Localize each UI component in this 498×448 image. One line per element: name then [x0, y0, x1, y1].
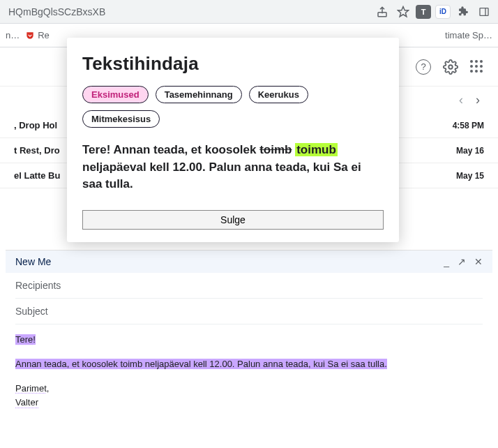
star-icon[interactable] — [395, 3, 412, 20]
text-segment: Tere! Annan teada, et koosolek — [82, 143, 259, 156]
popup-title: Tekstihindaja — [82, 53, 384, 75]
pager-prev-icon[interactable]: ‹ — [459, 93, 463, 107]
compose-expand-icon[interactable]: ↗ — [458, 256, 466, 267]
body-text: koosolek — [82, 359, 117, 369]
text-suggestion: toimub — [295, 143, 338, 156]
email-snippet: el Latte Bu — [14, 170, 60, 181]
body-text: . — [384, 359, 387, 369]
body-text: ei — [341, 359, 348, 369]
browser-address-bar: HQmBgQlsSCzBxsXB T iD — [0, 0, 498, 24]
close-button[interactable]: Sulge — [82, 210, 384, 230]
email-time: 4:58 PM — [453, 121, 484, 130]
tab-keerukus[interactable]: Keerukus — [249, 86, 308, 103]
sidepanel-icon[interactable] — [476, 3, 492, 20]
body-text: , et — [67, 359, 82, 369]
extensions-icon[interactable] — [455, 3, 471, 20]
svg-marker-1 — [398, 6, 409, 16]
pager-next-icon[interactable]: › — [476, 93, 480, 107]
body-text: neljapäeval — [145, 359, 191, 369]
tab-mitmekesisus[interactable]: Mitmekesisus — [82, 110, 160, 128]
bookmark-re[interactable]: Re — [25, 30, 50, 40]
address-text[interactable]: HQmBgQlsSCzBxsXB — [6, 6, 370, 17]
bookmark-re-label: Re — [38, 30, 50, 40]
email-snippet: , Drop Hol — [14, 120, 57, 130]
body-text: kell — [193, 359, 207, 369]
subject-field[interactable]: Subject — [15, 299, 483, 324]
popup-tabs: Eksimused Tasemehinnang Keerukus Mitmeke… — [82, 86, 384, 128]
recipients-field[interactable]: Recipients — [15, 273, 483, 299]
svg-point-4 — [448, 65, 453, 69]
extension-id-icon[interactable]: iD — [435, 5, 451, 19]
share-icon[interactable] — [374, 3, 391, 20]
tab-eksimused[interactable]: Eksimused — [82, 86, 149, 103]
body-text: saa — [351, 359, 365, 369]
pocket-icon — [25, 31, 35, 40]
tab-tasemehinnang[interactable]: Tasemehinnang — [156, 86, 242, 103]
body-greeting: Tere — [15, 334, 33, 345]
text-strike: toimb — [259, 143, 292, 156]
body-text: Annan — [15, 359, 44, 369]
email-time: May 15 — [456, 171, 484, 181]
extension-t-icon[interactable]: T — [416, 5, 431, 19]
email-snippet: t Rest, Dro — [14, 145, 60, 156]
apps-grid-icon[interactable] — [470, 60, 484, 74]
bookmark-left[interactable]: n… — [6, 30, 20, 40]
popup-corrected-text: Tere! Annan teada, et koosolek toimb toi… — [82, 142, 384, 193]
body-text: 12.00. Palun anna — [207, 359, 286, 369]
svg-rect-2 — [480, 8, 488, 15]
compose-window: New Me _ ↗ ✕ Recipients Subject Tere! An… — [6, 250, 492, 448]
body-sign1-punct: , — [47, 383, 50, 394]
settings-gear-icon[interactable] — [441, 57, 460, 77]
body-greeting-punct: ! — [33, 334, 36, 345]
body-text: tulla — [368, 359, 384, 369]
body-text: toimb — [120, 359, 142, 369]
compose-minimize-icon[interactable]: _ — [444, 256, 449, 267]
body-text: teada — [285, 359, 308, 369]
body-sign2: Valter — [15, 397, 38, 408]
compose-title-text: New Me — [15, 256, 51, 267]
body-sign1: Parimet — [15, 383, 47, 394]
email-time: May 16 — [456, 146, 484, 156]
compose-body[interactable]: Tere! Annan teada, et koosolek toimb nel… — [6, 324, 492, 419]
tekstihindaja-popup: Tekstihindaja Eksimused Tasemehinnang Ke… — [67, 38, 399, 242]
text-segment: neljapäeval kell 12.00. Palun anna teada… — [82, 160, 361, 191]
body-text: teada — [44, 359, 67, 369]
compose-close-icon[interactable]: ✕ — [474, 256, 483, 267]
compose-titlebar[interactable]: New Me _ ↗ ✕ — [6, 250, 492, 273]
bookmark-right[interactable]: timate Sp… — [445, 30, 492, 40]
support-icon[interactable]: ? — [416, 59, 431, 75]
body-text: , kui Sa — [308, 359, 341, 369]
